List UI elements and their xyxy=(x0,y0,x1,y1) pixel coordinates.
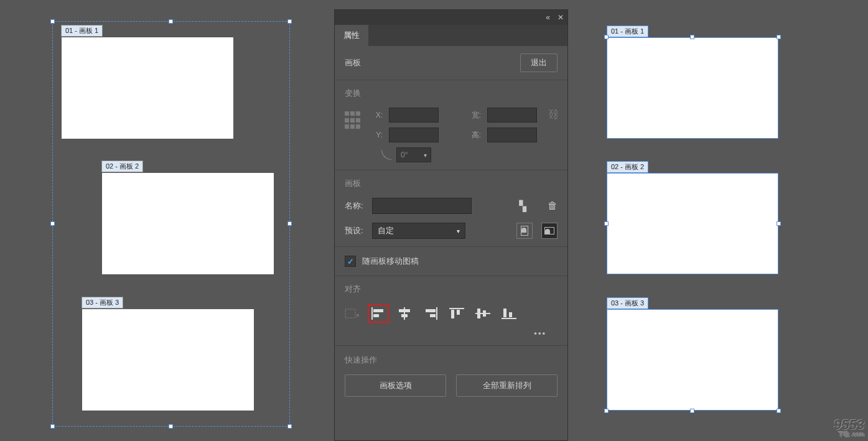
resize-handle[interactable] xyxy=(287,424,292,429)
svg-rect-12 xyxy=(457,310,460,315)
artboard-options-icon[interactable]: ▝▖ xyxy=(515,200,530,212)
svg-rect-8 xyxy=(426,309,436,312)
angle-value: 0° xyxy=(401,151,408,159)
collapse-icon[interactable]: « xyxy=(546,13,550,22)
artboard-left-1[interactable]: 01 - 画板 1 xyxy=(62,37,233,139)
quick-actions-section: 快速操作 画板选项 全部重新排列 xyxy=(335,346,567,406)
w-label: 宽: xyxy=(467,110,481,121)
artboard-section-title: 画板 xyxy=(345,178,558,189)
svg-rect-17 xyxy=(503,309,506,317)
svg-rect-3 xyxy=(373,314,379,317)
close-icon[interactable]: ✕ xyxy=(558,13,564,22)
watermark: 9553 下载 .com xyxy=(834,417,864,439)
svg-rect-9 xyxy=(430,314,436,317)
resize-handle[interactable] xyxy=(169,424,173,429)
svg-rect-6 xyxy=(401,314,408,317)
reference-point-grid[interactable] xyxy=(345,111,360,130)
artboard-name-input[interactable] xyxy=(372,198,472,214)
transform-section: 变换 X: 宽: ⛓ Y: 高: xyxy=(335,80,567,170)
resize-handle[interactable] xyxy=(604,221,609,226)
link-wh-icon[interactable]: ⛓ xyxy=(548,109,559,121)
move-artwork-checkbox[interactable]: ✓ xyxy=(345,256,356,267)
align-top-button[interactable] xyxy=(449,307,464,320)
more-options-icon[interactable]: ••• xyxy=(345,323,558,338)
artboard-left-2[interactable]: 02 - 画板 2 xyxy=(102,173,274,274)
move-artwork-row: ✓ 随画板移动图稿 xyxy=(335,247,567,276)
resize-handle[interactable] xyxy=(690,35,694,39)
move-artwork-label: 随画板移动图稿 xyxy=(362,256,419,267)
y-input[interactable] xyxy=(389,128,439,142)
artboard-header-row: 画板 退出 xyxy=(335,46,567,80)
resize-handle[interactable] xyxy=(50,424,55,429)
preset-dropdown[interactable]: 自定 ▾ xyxy=(372,223,465,239)
resize-handle[interactable] xyxy=(169,19,173,24)
x-input[interactable] xyxy=(389,108,439,123)
align-section: 对齐 •• xyxy=(335,276,567,346)
artboard-label: 01 - 画板 1 xyxy=(61,25,103,37)
resize-handle[interactable] xyxy=(777,409,781,413)
x-label: X: xyxy=(369,111,383,119)
delete-artboard-icon[interactable]: 🗑 xyxy=(548,200,558,211)
artboard-label: 01 - 画板 1 xyxy=(607,26,648,37)
name-label: 名称: xyxy=(345,200,363,211)
align-left-button[interactable] xyxy=(371,307,386,320)
resize-handle[interactable] xyxy=(287,221,292,226)
y-label: Y: xyxy=(369,131,383,139)
align-bottom-button[interactable] xyxy=(502,307,516,320)
preset-label: 预设: xyxy=(345,225,363,236)
artboard-mode-label: 画板 xyxy=(345,57,361,68)
orientation-landscape-button[interactable] xyxy=(541,223,558,239)
angle-icon xyxy=(381,150,391,160)
align-hcenter-button[interactable] xyxy=(397,307,412,320)
transform-title: 变换 xyxy=(345,88,558,99)
align-right-button[interactable] xyxy=(423,307,438,320)
rearrange-all-button[interactable]: 全部重新排列 xyxy=(456,374,558,397)
chevron-down-icon: ▾ xyxy=(424,152,427,159)
panel-header: « ✕ xyxy=(335,10,567,25)
properties-panel: « ✕ 属性 画板 退出 变换 X: 宽: ⛓ Y xyxy=(334,9,568,441)
width-input[interactable] xyxy=(487,108,537,123)
resize-handle[interactable] xyxy=(777,35,781,39)
resize-handle[interactable] xyxy=(50,19,55,24)
angle-input[interactable]: 0° ▾ xyxy=(396,147,431,162)
svg-rect-0 xyxy=(345,309,355,318)
artboard-left-3[interactable]: 03 - 画板 3 xyxy=(82,309,254,411)
resize-handle[interactable] xyxy=(604,35,609,39)
artboard-section: 画板 名称: ▝▖ 🗑 预设: 自定 ▾ xyxy=(335,170,567,247)
quick-title: 快速操作 xyxy=(345,355,558,366)
svg-rect-14 xyxy=(477,309,480,318)
svg-rect-18 xyxy=(509,312,512,317)
align-vcenter-button[interactable] xyxy=(475,307,490,320)
resize-handle[interactable] xyxy=(777,221,781,226)
align-title: 对齐 xyxy=(345,284,558,295)
artboard-label: 02 - 画板 2 xyxy=(101,160,143,172)
artboard-label: 03 - 画板 3 xyxy=(82,297,123,309)
svg-rect-2 xyxy=(373,309,383,312)
resize-handle[interactable] xyxy=(690,409,694,413)
tab-properties[interactable]: 属性 xyxy=(335,25,368,46)
h-label: 高: xyxy=(467,130,481,141)
align-to-dropdown[interactable] xyxy=(345,307,360,320)
panel-tabs: 属性 xyxy=(335,25,567,46)
resize-handle[interactable] xyxy=(50,221,55,226)
resize-handle[interactable] xyxy=(604,409,609,413)
chevron-down-icon: ▾ xyxy=(457,228,460,234)
svg-rect-11 xyxy=(451,310,454,318)
preset-value: 自定 xyxy=(378,225,394,236)
svg-rect-5 xyxy=(399,309,410,312)
selection-bounds-right xyxy=(607,37,778,411)
svg-rect-15 xyxy=(483,310,486,317)
align-left-highlight xyxy=(368,304,389,323)
exit-button[interactable]: 退出 xyxy=(520,53,558,72)
height-input[interactable] xyxy=(487,128,537,142)
orientation-portrait-button[interactable] xyxy=(516,223,533,239)
artboard-options-button[interactable]: 画板选项 xyxy=(345,374,446,397)
resize-handle[interactable] xyxy=(287,19,292,24)
